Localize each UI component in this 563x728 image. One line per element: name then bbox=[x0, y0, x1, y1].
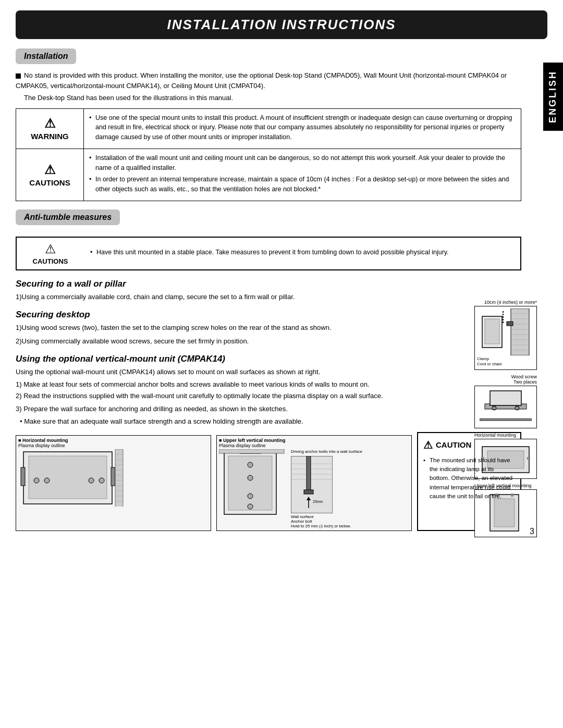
page-container: ENGLISH INSTALLATION INSTRUCTIONS Instal… bbox=[0, 0, 563, 547]
svg-rect-0 bbox=[511, 309, 529, 355]
wall-pillar-illus: Clamp Cord or chain bbox=[474, 306, 537, 370]
vert-full-diagram-svg bbox=[219, 449, 287, 517]
anti-tumble-cautions-label: CAUTIONS bbox=[33, 257, 68, 265]
securing-desktop-title: Securing desktop bbox=[16, 310, 474, 320]
warning-triangle-icon: ⚠ bbox=[44, 116, 56, 131]
wall-pillar-svg bbox=[480, 309, 532, 355]
svg-point-31 bbox=[34, 478, 39, 483]
warning-item: Use one of the special mount units to in… bbox=[89, 113, 516, 142]
cautions-row: ⚠ CAUTIONS Installation of the wall moun… bbox=[16, 149, 521, 201]
svg-rect-14 bbox=[490, 391, 521, 405]
wood-screw-illus bbox=[474, 386, 537, 428]
intro-paragraph: No stand is provided with this product. … bbox=[16, 70, 547, 103]
bottom-diagrams: ■ Horizontal mounting Plasma display out… bbox=[16, 432, 412, 531]
anchor-label: Anchor bolt bbox=[291, 519, 362, 524]
svg-rect-9 bbox=[507, 322, 513, 326]
warning-label: WARNING bbox=[31, 132, 69, 141]
vert-diagram-box: ■ Upper left vertical mounting Plasma di… bbox=[216, 435, 412, 531]
optional-unit-title: Using the optional vertical-mount unit (… bbox=[16, 354, 474, 364]
horiz-full-diagram-svg bbox=[18, 449, 209, 507]
vert-diagram-label: ■ Upper left vertical mounting Plasma di… bbox=[219, 438, 409, 448]
svg-text:25mm: 25mm bbox=[313, 500, 323, 503]
optional-unit-bullet: • Make sure that an adequate wall surfac… bbox=[16, 416, 446, 427]
svg-point-32 bbox=[44, 478, 50, 483]
optional-unit-step3: 3) Prepare the wall surface for anchorin… bbox=[16, 404, 446, 414]
warning-label-cell: ⚠ WARNING bbox=[16, 108, 84, 149]
bottom-section: ■ Horizontal mounting Plasma display out… bbox=[16, 432, 547, 531]
caution-box-label: CAUTION bbox=[436, 439, 471, 451]
10cm-label: 10cm (4 inches) or more* bbox=[474, 300, 537, 305]
optional-unit-step1: 1) Make at least four sets of commercial… bbox=[16, 379, 446, 390]
anti-tumble-header-text: Anti-tumble measures bbox=[24, 213, 112, 222]
hold-label: Hold to 25 mm (1 inch) or below. bbox=[291, 524, 362, 528]
securing-wall-step1: 1)Using a commercially available cord, c… bbox=[16, 292, 446, 302]
securing-desktop-step2: 2)Using commercially available wood scre… bbox=[16, 336, 446, 347]
main-title-bar: INSTALLATION INSTRUCTIONS bbox=[16, 10, 547, 39]
cautions-icon-wrap: ⚠ CAUTIONS bbox=[21, 163, 78, 187]
svg-rect-35 bbox=[21, 467, 25, 486]
svg-rect-56 bbox=[291, 456, 333, 513]
svg-rect-24 bbox=[527, 457, 530, 460]
main-title: INSTALLATION INSTRUCTIONS bbox=[26, 17, 537, 33]
svg-rect-37 bbox=[115, 449, 123, 507]
anti-tumble-caution-text: Have this unit mounted in a stable place… bbox=[84, 237, 521, 270]
anti-tumble-caution-label-cell: ⚠ CAUTIONS bbox=[16, 237, 84, 270]
warning-row: ⚠ WARNING Use one of the special mount u… bbox=[16, 108, 521, 149]
wall-label: Wall surface bbox=[291, 514, 362, 519]
cautions-item-1: Installation of the wall mount unit and … bbox=[89, 153, 516, 173]
cautions-text-cell: Installation of the wall mount unit and … bbox=[84, 149, 521, 201]
optional-unit-body: Using the optional wall-mount unit (CMPA… bbox=[16, 367, 474, 427]
intro-line2: The Desk-top Stand has been used for the… bbox=[16, 93, 521, 103]
securing-wall-title: Securing to a wall or pillar bbox=[16, 279, 474, 289]
driving-label: Driving anchor bolts into a wall surface bbox=[291, 449, 362, 454]
caution-box-item: • The mounted unit should have the indic… bbox=[423, 456, 515, 501]
svg-rect-36 bbox=[111, 467, 115, 486]
anti-tumble-caution-icon-wrap: ⚠ CAUTIONS bbox=[23, 242, 78, 265]
cautions-label-cell: ⚠ CAUTIONS bbox=[16, 149, 84, 201]
right-illustrations: 10cm (4 inches) or more* bbox=[474, 300, 537, 541]
svg-rect-55 bbox=[219, 449, 284, 453]
intro-text: No stand is provided with this product. … bbox=[16, 70, 521, 91]
caution-triangle-icon: ⚠ bbox=[423, 437, 433, 453]
anti-tumble-triangle-icon: ⚠ bbox=[45, 242, 56, 256]
svg-point-33 bbox=[89, 478, 94, 483]
securing-desktop-section: Securing desktop 1)Using wood screws (tw… bbox=[16, 310, 547, 347]
page-number: 3 bbox=[530, 527, 534, 536]
warning-text-cell: Use one of the special mount units to in… bbox=[84, 108, 521, 149]
cautions-triangle-icon: ⚠ bbox=[44, 163, 56, 177]
horiz-diagram-label: ■ Horizontal mounting Plasma display out… bbox=[18, 438, 209, 448]
cautions-item-2: In order to prevent an internal temperat… bbox=[89, 175, 516, 194]
optional-unit-step2: 2) Read the instructions supplied with t… bbox=[16, 391, 446, 401]
optional-unit-intro: Using the optional wall-mount unit (CMPA… bbox=[16, 367, 446, 377]
bullet-icon bbox=[16, 73, 21, 79]
anchor-detail: Driving anchor bolts into a wall surface bbox=[291, 449, 362, 528]
vert-diagram-content: Driving anchor bolts into a wall surface bbox=[219, 449, 409, 528]
horiz-diagram-box: ■ Horizontal mounting Plasma display out… bbox=[16, 435, 211, 531]
svg-point-34 bbox=[99, 478, 104, 483]
diagram-row: ■ Horizontal mounting Plasma display out… bbox=[16, 435, 412, 531]
installation-header: Installation bbox=[16, 48, 76, 64]
cautions-label: CAUTIONS bbox=[29, 178, 70, 187]
securing-desktop-step1: 1)Using wood screws (two), fasten the se… bbox=[16, 323, 446, 333]
securing-wall-section: Securing to a wall or pillar 1)Using a c… bbox=[16, 279, 547, 302]
installation-header-text: Installation bbox=[24, 52, 68, 61]
optional-unit-section: Using the optional vertical-mount unit (… bbox=[16, 354, 547, 427]
svg-rect-61 bbox=[307, 456, 311, 492]
svg-point-53 bbox=[248, 504, 253, 509]
securing-wall-body: 1)Using a commercially available cord, c… bbox=[16, 292, 474, 302]
wood-screw-svg bbox=[480, 388, 532, 425]
wood-screw-label: Wood screw Two places bbox=[474, 374, 537, 385]
caution-box-list: • The mounted unit should have the indic… bbox=[423, 456, 515, 501]
svg-point-51 bbox=[248, 475, 253, 480]
securing-desktop-body: 1)Using wood screws (two), fasten the se… bbox=[16, 323, 474, 347]
anti-tumble-caution-table: ⚠ CAUTIONS Have this unit mounted in a s… bbox=[16, 237, 521, 270]
svg-rect-62 bbox=[304, 490, 313, 494]
svg-rect-26 bbox=[494, 499, 515, 527]
svg-point-50 bbox=[248, 462, 253, 467]
horiz-mount-label: Horizontal mounting bbox=[474, 433, 537, 438]
anti-tumble-header: Anti-tumble measures bbox=[16, 209, 120, 225]
svg-rect-12 bbox=[485, 319, 499, 344]
warning-icon-wrap: ⚠ WARNING bbox=[21, 116, 78, 141]
notice-table: ⚠ WARNING Use one of the special mount u… bbox=[16, 108, 521, 201]
anti-tumble-section: Anti-tumble measures bbox=[16, 209, 547, 231]
